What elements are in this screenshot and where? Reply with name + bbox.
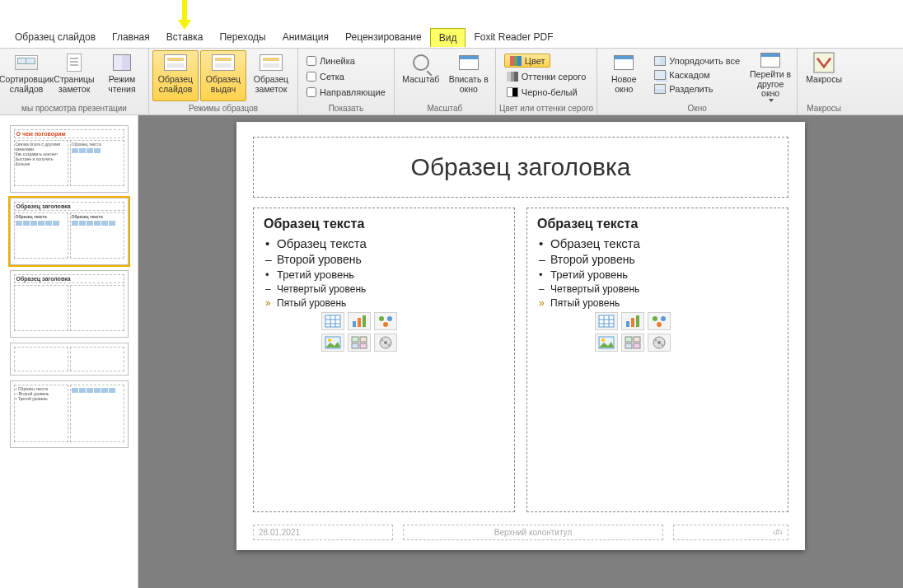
- tab-view[interactable]: Вид: [430, 28, 466, 47]
- thumb1-title: О чем поговорим: [14, 129, 124, 138]
- insert-clipart-icon-r[interactable]: [621, 334, 644, 352]
- group-zoom-label: Масштаб: [398, 103, 492, 114]
- insert-media-icon[interactable]: [374, 334, 397, 352]
- bullet-lvl2: Второй уровень: [264, 253, 504, 266]
- slide-sorter-button[interactable]: Сортировщик слайдов: [3, 50, 49, 101]
- fit-window-button[interactable]: Вписать в окно: [446, 50, 492, 101]
- cascade-button[interactable]: Каскадом: [652, 68, 742, 82]
- tab-animation[interactable]: Анимация: [274, 28, 337, 46]
- tab-home[interactable]: Главная: [104, 28, 158, 46]
- tab-slide-master[interactable]: Образец слайдов: [7, 28, 104, 46]
- slide-master-button[interactable]: Образец слайдов: [152, 50, 199, 101]
- group-window: Новое окно Упорядочить все Каскадом Разд…: [597, 49, 798, 114]
- tab-transitions[interactable]: Переходы: [211, 28, 274, 46]
- footer-center-placeholder[interactable]: Верхний колонтитул: [403, 525, 663, 540]
- thumb2-col1: Образец текста: [14, 212, 68, 259]
- title-placeholder[interactable]: Образец заголовка: [253, 137, 788, 198]
- svg-rect-29: [636, 315, 639, 327]
- slide-editor[interactable]: Образец заголовка Образец текста Образец…: [138, 115, 903, 588]
- footer-slide-number-placeholder[interactable]: ‹#›: [673, 525, 788, 540]
- insert-smartart-icon-r[interactable]: [648, 312, 671, 330]
- insert-clipart-icon[interactable]: [348, 334, 371, 352]
- handout-master-icon: [210, 53, 236, 72]
- zoom-icon: [408, 53, 434, 72]
- svg-point-32: [657, 322, 662, 327]
- insert-chart-icon[interactable]: [348, 312, 371, 330]
- insert-table-icon-r[interactable]: [595, 312, 618, 330]
- svg-point-13: [328, 338, 331, 342]
- insert-media-icon-r[interactable]: [648, 334, 671, 352]
- svg-rect-0: [814, 53, 834, 72]
- arrange-all-button[interactable]: Упорядочить все: [652, 54, 742, 68]
- subtitle-left: Образец текста: [264, 217, 504, 231]
- thumbnail-1[interactable]: О чем поговорим Связка блога с другими к…: [10, 125, 129, 193]
- split-button[interactable]: Разделить: [652, 82, 742, 96]
- tab-review[interactable]: Рецензирование: [337, 28, 430, 46]
- reading-view-button[interactable]: Режим чтения: [99, 50, 145, 101]
- bw-swatch-icon: [507, 87, 518, 97]
- svg-rect-6: [353, 321, 356, 327]
- zoom-button[interactable]: Масштаб: [398, 50, 444, 101]
- chevron-down-icon: [769, 99, 774, 102]
- thumb2-title: Образец заголовка: [14, 202, 124, 211]
- footer-date-placeholder[interactable]: 28.01.2021: [253, 525, 393, 540]
- macros-button[interactable]: Макросы: [801, 50, 847, 101]
- svg-rect-27: [626, 321, 629, 327]
- content-placeholder-left[interactable]: Образец текста Образец текста Второй уро…: [253, 208, 515, 512]
- bullet-lvl3: Третий уровень: [264, 268, 504, 281]
- content-placeholder-right[interactable]: Образец текста Образец текста Второй уро…: [526, 208, 788, 512]
- bullet-lvl5: Пятый уровень: [264, 297, 504, 309]
- svg-rect-36: [634, 337, 640, 342]
- grayscale-button[interactable]: Оттенки серого: [504, 69, 588, 83]
- ribbon-tabs: Образец слайдов Главная Вставка Переходы…: [0, 26, 903, 48]
- thumb3-title: Образец заголовка: [14, 274, 124, 283]
- fit-label: Вписать в окно: [447, 75, 491, 94]
- insert-picture-icon[interactable]: [321, 334, 344, 352]
- new-window-button[interactable]: Новое окно: [601, 50, 647, 101]
- group-presentation-views: Сортировщик слайдов Страницы заметок Реж…: [0, 49, 149, 114]
- insert-smartart-icon[interactable]: [374, 312, 397, 330]
- bw-button[interactable]: Черно-белый: [504, 85, 580, 99]
- group-master-views: Образец слайдов Образец выдач Образец за…: [149, 49, 298, 114]
- svg-rect-35: [625, 337, 632, 342]
- slide-master-label: Образец слайдов: [153, 75, 198, 94]
- new-window-label: Новое окно: [601, 75, 646, 94]
- group-show-label: Показать: [302, 103, 391, 114]
- gridlines-checkbox[interactable]: Сетка: [306, 69, 344, 83]
- insert-chart-icon-r[interactable]: [621, 312, 644, 330]
- zoom-label: Масштаб: [402, 75, 439, 85]
- svg-rect-8: [363, 315, 366, 327]
- bullet-lvl4-r: Четвертый уровень: [537, 283, 778, 295]
- notes-master-label: Образец заметок: [249, 75, 293, 94]
- svg-rect-15: [360, 337, 367, 342]
- bullets-right: Образец текста Второй уровень Третий уро…: [537, 236, 778, 309]
- split-label: Разделить: [669, 84, 713, 94]
- thumb3-col2: [70, 285, 124, 331]
- thumb4-col1: [14, 347, 68, 371]
- tab-foxit[interactable]: Foxit Reader PDF: [466, 28, 561, 46]
- notes-master-button[interactable]: Образец заметок: [248, 50, 294, 101]
- bullet-lvl4: Четвертый уровень: [264, 283, 504, 295]
- handout-master-button[interactable]: Образец выдач: [200, 50, 246, 101]
- group-window-label: Окно: [601, 103, 793, 114]
- guides-checkbox[interactable]: Направляющие: [306, 85, 386, 99]
- insert-picture-icon-r[interactable]: [595, 334, 618, 352]
- slide-thumbnails-pane[interactable]: О чем поговорим Связка блога с другими к…: [0, 115, 138, 588]
- notes-page-button[interactable]: Страницы заметок: [51, 50, 97, 101]
- title-text: Образец заголовка: [411, 153, 631, 181]
- ruler-checkbox[interactable]: Линейка: [306, 54, 355, 68]
- slide-master-canvas[interactable]: Образец заголовка Образец текста Образец…: [236, 122, 805, 550]
- bullet-lvl2-r: Второй уровень: [537, 253, 778, 266]
- bullet-lvl3-r: Третий уровень: [537, 268, 778, 281]
- svg-point-34: [601, 338, 605, 342]
- thumbnail-3[interactable]: Образец заголовка: [10, 270, 129, 338]
- new-window-icon: [611, 53, 637, 72]
- thumbnail-2[interactable]: Образец заголовка Образец текста Образец…: [10, 198, 129, 265]
- thumbnail-4[interactable]: [10, 343, 129, 376]
- insert-table-icon[interactable]: [321, 312, 344, 330]
- svg-rect-28: [631, 318, 634, 327]
- switch-window-button[interactable]: Перейти в другое окно: [747, 50, 793, 101]
- content-icon-grid-left: [321, 312, 404, 352]
- thumbnail-5[interactable]: • Образец текста – Второй уровень • Трет…: [10, 380, 129, 448]
- color-button[interactable]: Цвет: [504, 54, 551, 68]
